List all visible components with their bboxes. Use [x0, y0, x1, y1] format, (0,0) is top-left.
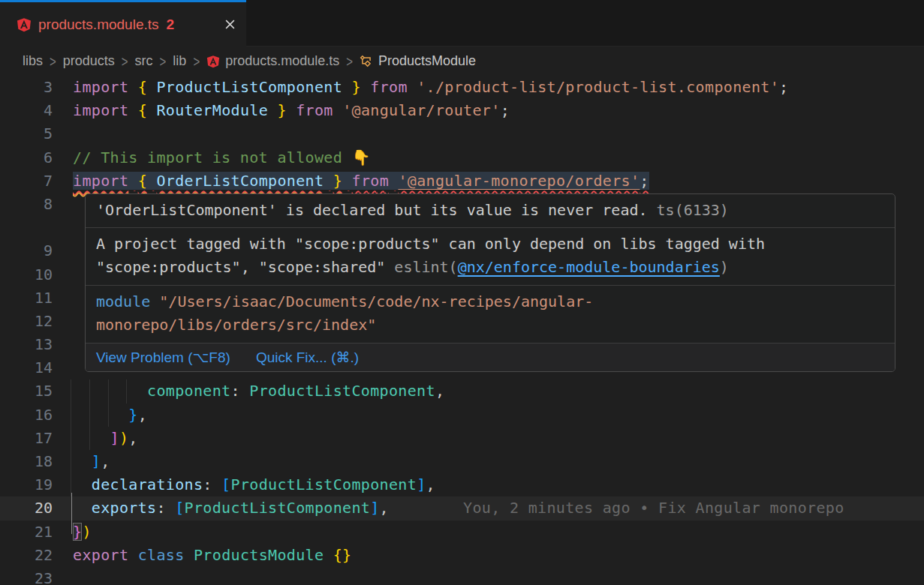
breadcrumb: libs>products>src>lib>products.module.ts…	[0, 46, 924, 76]
chevron-right-icon: >	[346, 52, 353, 70]
module-keyword: module	[96, 292, 150, 310]
eslint-source-suffix: )	[720, 258, 729, 276]
breadcrumb-item-libs[interactable]: libs	[23, 53, 43, 69]
indent-guide	[71, 380, 71, 403]
error-squiggle-range: import { OrderListComponent } from '@ang…	[73, 172, 649, 190]
line-number: 18	[0, 450, 53, 473]
line-number: 3	[0, 76, 53, 99]
line-number: 14	[0, 356, 53, 380]
code-line-4[interactable]: 4import { RouterModule } from '@angular/…	[0, 99, 924, 122]
ts-message: 'OrderListComponent' is declared but its…	[96, 201, 648, 219]
code-line-23[interactable]: 23	[0, 567, 924, 585]
code-line-16[interactable]: 16 },	[0, 404, 924, 427]
tab-bar: products.module.ts 2	[0, 0, 924, 46]
eslint-source-prefix: eslint(	[394, 258, 457, 276]
popup-ts-diagnostic: 'OrderListComponent' is declared but its…	[86, 194, 895, 228]
line-number: 20	[0, 496, 53, 520]
code-line-7[interactable]: 7import { OrderListComponent } from '@an…	[0, 170, 924, 193]
ts-source: ts(6133)	[657, 201, 729, 219]
line-number: 12	[0, 310, 53, 333]
indent-guide	[71, 450, 71, 473]
line-number: 16	[0, 404, 53, 427]
popup-module-info: module "/Users/isaac/Documents/code/nx-r…	[86, 286, 895, 344]
active-indent-guide	[71, 493, 72, 534]
module-path-line1: "/Users/isaac/Documents/code/nx-recipes/…	[159, 292, 593, 310]
view-problem-button[interactable]: View Problem (⌥F8)	[96, 349, 230, 366]
chevron-right-icon: >	[193, 52, 200, 70]
code-line-21[interactable]: 21})	[0, 520, 924, 544]
class-symbol-icon	[360, 55, 373, 68]
breadcrumb-item-src[interactable]: src	[135, 53, 153, 69]
code-line-6[interactable]: 6// This import is not allowed 👇	[0, 146, 924, 170]
line-number: 4	[0, 99, 53, 122]
tab-error-count-badge: 2	[167, 16, 175, 33]
eslint-rule-link[interactable]: @nx/enforce-module-boundaries	[458, 258, 720, 276]
code-line-3[interactable]: 3import { ProductListComponent } from '.…	[0, 76, 924, 99]
line-number: 11	[0, 286, 53, 310]
popup-eslint-diagnostic: A project tagged with "scope:products" c…	[86, 228, 895, 286]
line-number: 6	[0, 146, 53, 170]
line-number: 22	[0, 544, 53, 567]
line-number: 10	[0, 263, 53, 286]
quick-fix-button[interactable]: Quick Fix... (⌘.)	[256, 349, 359, 366]
code-line-15[interactable]: 15 component: ProductListComponent,	[0, 380, 924, 403]
eslint-message-line2: "scope:products", "scope:shared"	[96, 258, 385, 276]
line-number: 13	[0, 333, 53, 356]
indent-guide	[71, 404, 71, 427]
indent-guide	[71, 427, 71, 450]
vscode-window: products.module.ts 2 libs>products>src>l…	[0, 0, 924, 585]
chevron-right-icon: >	[160, 52, 167, 70]
eslint-message-line1: A project tagged with "scope:products" c…	[96, 232, 884, 256]
close-icon[interactable]	[224, 19, 236, 30]
breadcrumb-item-products[interactable]: products	[63, 53, 115, 69]
code-line-20[interactable]: 20 exports: [ProductListComponent],You, …	[0, 496, 924, 520]
code-line-5[interactable]: 5	[0, 122, 924, 146]
line-number: 7	[0, 170, 53, 193]
module-path-line2: monorepo/libs/orders/src/index"	[96, 316, 376, 334]
code-line-22[interactable]: 22export class ProductsModule {}	[0, 544, 924, 567]
code-line-19[interactable]: 19 declarations: [ProductListComponent],	[0, 473, 924, 496]
tab-filename: products.module.ts	[38, 16, 159, 33]
breadcrumb-item-products-module-ts[interactable]: products.module.ts	[225, 53, 339, 69]
error-hover-popup: 'OrderListComponent' is declared but its…	[85, 194, 895, 372]
chevron-right-icon: >	[122, 52, 128, 70]
chevron-right-icon: >	[50, 52, 56, 70]
line-number: 8	[0, 193, 53, 216]
breadcrumb-item-lib[interactable]: lib	[173, 53, 186, 69]
tab-products-module[interactable]: products.module.ts 2	[0, 0, 246, 46]
code-line-18[interactable]: 18 ],	[0, 450, 924, 473]
line-number: 9	[0, 239, 53, 262]
popup-action-bar: View Problem (⌥F8) Quick Fix... (⌘.)	[86, 344, 895, 371]
line-number: 5	[0, 122, 53, 146]
git-blame-annotation: You, 2 minutes ago • Fix Angular monorep…	[463, 496, 844, 520]
code-line-17[interactable]: 17 ]),	[0, 427, 924, 450]
line-number: 21	[0, 520, 53, 544]
line-number: 19	[0, 473, 53, 496]
line-number: 23	[0, 567, 53, 585]
line-number: 15	[0, 380, 53, 403]
breadcrumb-item-productsmodule[interactable]: ProductsModule	[378, 53, 476, 69]
angular-file-icon	[17, 17, 32, 32]
line-number: 17	[0, 427, 53, 450]
angular-icon	[206, 55, 220, 68]
